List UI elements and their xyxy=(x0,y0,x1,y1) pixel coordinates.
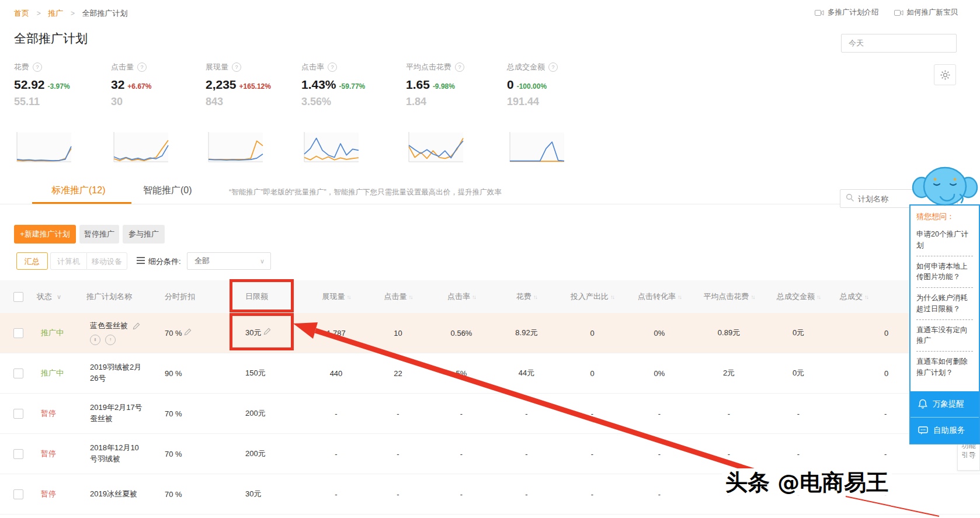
metric-cell: 0 xyxy=(559,353,625,394)
chevron-down-icon[interactable]: ∨ xyxy=(57,293,61,300)
sort-icon[interactable]: ↑↓ xyxy=(347,294,350,300)
row-checkbox[interactable] xyxy=(13,449,23,459)
assistant-question[interactable]: 直通车没有定向推广 xyxy=(916,320,973,352)
promote-up-icon[interactable]: ↑ xyxy=(105,335,116,345)
sort-icon[interactable]: ↑↓ xyxy=(472,294,475,300)
metric-change: -59.77% xyxy=(339,82,366,91)
device-filter-pc[interactable]: 计算机 xyxy=(50,252,86,270)
new-plan-button[interactable]: +新建推广计划 xyxy=(14,225,76,244)
sort-icon[interactable]: ↑↓ xyxy=(751,294,755,300)
col-header-点击量[interactable]: 点击量↑↓ xyxy=(367,280,429,313)
metric-cell: 8.92元 xyxy=(494,313,559,353)
tab-smart-promotion[interactable]: 智能推广(0) xyxy=(143,185,192,197)
status-badge: 暂停 xyxy=(41,489,56,498)
pause-promotion-button[interactable]: 暂停推广 xyxy=(79,225,119,244)
top-help-links: 多推广计划介绍 如何推广新宝贝 xyxy=(815,8,958,18)
metric-previous-value: 30 xyxy=(111,96,203,108)
col-header-平均点击花费[interactable]: 平均点击花费↑↓ xyxy=(694,280,764,313)
sort-icon[interactable]: ↑↓ xyxy=(677,294,681,300)
metric-label: 总成交金额 xyxy=(507,62,545,72)
metric-previous-value: 3.56% xyxy=(301,96,394,108)
sort-icon[interactable]: ↑↓ xyxy=(610,294,614,300)
sort-icon[interactable]: ↑↓ xyxy=(864,294,868,300)
pause-plan-icon[interactable]: ‖ xyxy=(90,335,100,345)
breadcrumb-promotion[interactable]: 推广 xyxy=(48,9,63,18)
wanxiang-reminder-button[interactable]: 万象提醒 xyxy=(911,391,979,417)
sort-icon[interactable]: ↑↓ xyxy=(816,294,820,300)
col-header-花费[interactable]: 花费↑↓ xyxy=(494,280,559,313)
join-promotion-button[interactable]: 参与推广 xyxy=(123,225,165,244)
plan-name[interactable]: 2019羽绒被2月26号 xyxy=(90,362,145,384)
metric-cell: - xyxy=(559,474,625,514)
metric-cell: 0元 xyxy=(764,353,833,394)
metric-card-点击率: 点击率?1.43%-59.77%3.56% xyxy=(301,62,394,161)
assistant-question[interactable]: 如何申请本地上传图片功能？ xyxy=(916,256,973,288)
metric-cell: - xyxy=(625,394,694,434)
video-link-multi-plan-intro[interactable]: 多推广计划介绍 xyxy=(815,8,879,18)
metric-cell: - xyxy=(429,394,494,434)
metric-card-点击量: 点击量?32+6.67%30 xyxy=(111,62,203,161)
annotation-box-daily-limit-header xyxy=(230,279,294,312)
self-service-button[interactable]: 自助服务 xyxy=(911,417,979,443)
segment-list-icon xyxy=(137,257,145,264)
device-filter-summary[interactable]: 汇总 xyxy=(16,252,48,270)
plan-name[interactable]: 2019冰丝夏被 xyxy=(90,489,137,500)
plan-name[interactable]: 蓝色蚕丝被 xyxy=(90,321,128,332)
assistant-question[interactable]: 申请20个推广计划 xyxy=(916,224,973,256)
metric-change: -3.97% xyxy=(48,82,70,91)
breadcrumb-home[interactable]: 首页 xyxy=(14,9,29,18)
help-icon[interactable]: ? xyxy=(455,62,464,72)
sort-icon[interactable]: ↑↓ xyxy=(533,294,537,300)
metric-label: 花费 xyxy=(14,62,29,72)
col-header-分时折扣: 分时折扣 xyxy=(157,280,232,313)
plan-name[interactable]: 2018年12月10号羽绒被 xyxy=(90,443,145,465)
video-camera-icon xyxy=(815,9,824,16)
row-checkbox[interactable] xyxy=(13,489,23,499)
sparkline-花费 xyxy=(14,131,72,165)
plan-name[interactable]: 2019年2月17号蚕丝被 xyxy=(90,402,145,425)
help-icon[interactable]: ? xyxy=(328,62,337,72)
help-icon[interactable]: ? xyxy=(33,62,42,72)
edit-pencil-icon[interactable] xyxy=(184,328,192,336)
row-checkbox[interactable] xyxy=(13,328,23,338)
metric-cell: - xyxy=(494,434,559,474)
assistant-question[interactable]: 为什么账户消耗超过日限额？ xyxy=(916,288,973,320)
sparkline-平均点击花费 xyxy=(406,131,464,165)
device-filter-mobile[interactable]: 移动设备 xyxy=(86,252,127,270)
metric-card-展现量: 展现量?2,235+165.12%843 xyxy=(206,62,298,161)
metric-cell: - xyxy=(305,394,367,434)
time-discount-value: 70 % xyxy=(165,329,182,338)
col-header-推广计划名称: 推广计划名称 xyxy=(82,280,157,313)
assistant-question[interactable]: 直通车如何删除推广计划？ xyxy=(916,352,973,383)
metric-change: -100.00% xyxy=(517,82,547,91)
metric-cell: 440 xyxy=(305,353,367,394)
help-icon[interactable]: ? xyxy=(548,62,558,72)
assistant-panel-title: 猜您想问： xyxy=(916,211,973,222)
metric-cell: - xyxy=(494,394,559,434)
metric-previous-value: 1.84 xyxy=(406,96,498,108)
select-all-checkbox[interactable] xyxy=(13,292,23,302)
col-header-投入产出比[interactable]: 投入产出比↑↓ xyxy=(559,280,625,313)
help-icon[interactable]: ? xyxy=(137,62,147,72)
breadcrumb-current: 全部推广计划 xyxy=(82,9,128,18)
metric-cell: 5% xyxy=(429,353,494,394)
col-header-点击转化率[interactable]: 点击转化率↑↓ xyxy=(625,280,694,313)
tabs-divider xyxy=(0,204,980,204)
row-checkbox[interactable] xyxy=(13,368,23,378)
sort-icon[interactable]: ↑↓ xyxy=(409,294,412,300)
settings-button[interactable] xyxy=(934,64,956,85)
date-range-input[interactable] xyxy=(841,34,957,53)
metric-cell: 0 xyxy=(559,313,625,353)
segment-condition-dropdown[interactable]: 全部 ∨ xyxy=(187,252,271,270)
col-header-点击率[interactable]: 点击率↑↓ xyxy=(429,280,494,313)
tab-standard-promotion[interactable]: 标准推广(12) xyxy=(51,185,105,197)
help-icon[interactable]: ? xyxy=(232,62,241,72)
col-header-总成交金额[interactable]: 总成交金额↑↓ xyxy=(764,280,833,313)
col-header-展现量[interactable]: 展现量↑↓ xyxy=(305,280,367,313)
row-checkbox[interactable] xyxy=(13,409,23,419)
video-link-promote-new-item[interactable]: 如何推广新宝贝 xyxy=(894,8,958,18)
edit-pencil-icon[interactable] xyxy=(133,322,140,330)
daily-limit-value: 150元 xyxy=(245,368,266,377)
table-row: 推广中2019羽绒被2月26号90 %150元440225%44元00%2元0元… xyxy=(0,353,980,394)
metric-cell: - xyxy=(429,434,494,474)
